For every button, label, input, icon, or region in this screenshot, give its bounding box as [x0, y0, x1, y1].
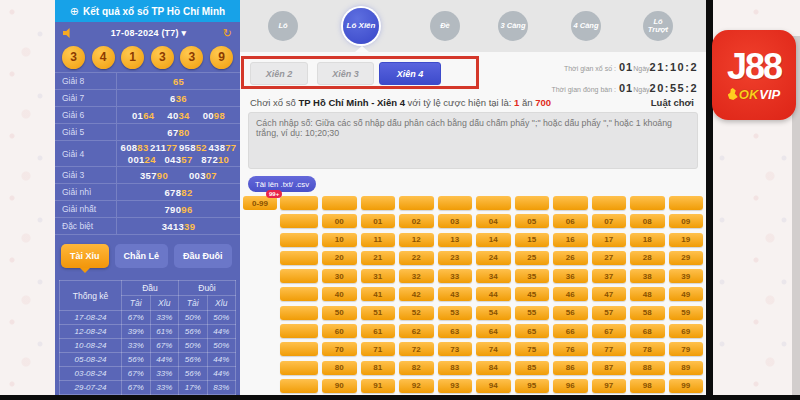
number-button-07[interactable]: 07	[592, 214, 627, 228]
number-button-92[interactable]: 92	[399, 379, 434, 393]
number-button-98[interactable]: 98	[630, 379, 665, 393]
number-button-70[interactable]: 70	[322, 342, 357, 356]
number-button-88[interactable]: 88	[630, 361, 665, 375]
number-button-65[interactable]: 65	[515, 324, 550, 338]
number-button-90[interactable]: 90	[322, 379, 357, 393]
number-button-91[interactable]: 91	[361, 379, 396, 393]
number-button-00[interactable]: 00	[322, 214, 357, 228]
number-button-79[interactable]: 79	[669, 342, 704, 356]
column-select-button[interactable]	[553, 196, 588, 210]
rules-link[interactable]: Luật chơi	[651, 97, 694, 108]
number-button-62[interactable]: 62	[399, 324, 434, 338]
number-button-41[interactable]: 41	[361, 287, 396, 301]
number-button-67[interactable]: 67	[592, 324, 627, 338]
number-button-68[interactable]: 68	[630, 324, 665, 338]
number-button-84[interactable]: 84	[476, 361, 511, 375]
number-button-26[interactable]: 26	[553, 251, 588, 265]
number-button-61[interactable]: 61	[361, 324, 396, 338]
number-button-74[interactable]: 74	[476, 342, 511, 356]
number-button-99[interactable]: 99	[669, 379, 704, 393]
row-select-button[interactable]	[280, 233, 318, 247]
game-nav-2[interactable]: Lô Xiên	[343, 8, 379, 44]
number-button-64[interactable]: 64	[476, 324, 511, 338]
column-select-button[interactable]	[280, 196, 318, 210]
row-select-button[interactable]	[280, 251, 318, 265]
column-select-button[interactable]	[476, 196, 511, 210]
filter-button[interactable]: Tài Xỉu	[61, 244, 109, 268]
number-button-42[interactable]: 42	[399, 287, 434, 301]
number-button-30[interactable]: 30	[322, 269, 357, 283]
number-button-96[interactable]: 96	[553, 379, 588, 393]
number-button-48[interactable]: 48	[630, 287, 665, 301]
number-button-87[interactable]: 87	[592, 361, 627, 375]
number-button-46[interactable]: 46	[553, 287, 588, 301]
number-button-75[interactable]: 75	[515, 342, 550, 356]
number-button-69[interactable]: 69	[669, 324, 704, 338]
game-nav-4[interactable]: 3 Càng	[498, 11, 528, 41]
number-button-11[interactable]: 11	[361, 233, 396, 247]
number-button-24[interactable]: 24	[476, 251, 511, 265]
number-button-33[interactable]: 33	[438, 269, 473, 283]
number-button-28[interactable]: 28	[630, 251, 665, 265]
number-button-47[interactable]: 47	[592, 287, 627, 301]
number-button-85[interactable]: 85	[515, 361, 550, 375]
column-select-button[interactable]	[322, 196, 357, 210]
number-button-54[interactable]: 54	[476, 306, 511, 320]
number-button-17[interactable]: 17	[592, 233, 627, 247]
number-input[interactable]	[248, 112, 698, 169]
column-select-button[interactable]	[592, 196, 627, 210]
number-button-06[interactable]: 06	[553, 214, 588, 228]
number-button-63[interactable]: 63	[438, 324, 473, 338]
row-select-button[interactable]	[280, 361, 318, 375]
row-select-button[interactable]	[280, 379, 318, 393]
number-button-22[interactable]: 22	[399, 251, 434, 265]
number-button-78[interactable]: 78	[630, 342, 665, 356]
number-button-32[interactable]: 32	[399, 269, 434, 283]
number-button-83[interactable]: 83	[438, 361, 473, 375]
number-button-53[interactable]: 53	[438, 306, 473, 320]
number-button-93[interactable]: 93	[438, 379, 473, 393]
number-button-51[interactable]: 51	[361, 306, 396, 320]
number-button-08[interactable]: 08	[630, 214, 665, 228]
column-select-button[interactable]	[630, 196, 665, 210]
number-button-21[interactable]: 21	[361, 251, 396, 265]
number-button-40[interactable]: 40	[322, 287, 357, 301]
number-button-27[interactable]: 27	[592, 251, 627, 265]
number-button-86[interactable]: 86	[553, 361, 588, 375]
game-nav-1[interactable]: Lô	[268, 11, 298, 41]
number-button-43[interactable]: 43	[438, 287, 473, 301]
number-button-14[interactable]: 14	[476, 233, 511, 247]
number-button-60[interactable]: 60	[322, 324, 357, 338]
row-select-button[interactable]	[280, 269, 318, 283]
number-button-97[interactable]: 97	[592, 379, 627, 393]
number-button-31[interactable]: 31	[361, 269, 396, 283]
number-button-50[interactable]: 50	[322, 306, 357, 320]
number-button-10[interactable]: 10	[322, 233, 357, 247]
number-button-89[interactable]: 89	[669, 361, 704, 375]
number-button-12[interactable]: 12	[399, 233, 434, 247]
number-button-81[interactable]: 81	[361, 361, 396, 375]
number-button-66[interactable]: 66	[553, 324, 588, 338]
number-button-02[interactable]: 02	[399, 214, 434, 228]
number-button-15[interactable]: 15	[515, 233, 550, 247]
number-button-13[interactable]: 13	[438, 233, 473, 247]
number-button-71[interactable]: 71	[361, 342, 396, 356]
number-button-05[interactable]: 05	[515, 214, 550, 228]
number-button-19[interactable]: 19	[669, 233, 704, 247]
number-button-58[interactable]: 58	[630, 306, 665, 320]
number-button-03[interactable]: 03	[438, 214, 473, 228]
game-nav-3[interactable]: Đề	[430, 11, 460, 41]
number-button-80[interactable]: 80	[322, 361, 357, 375]
row-select-button[interactable]	[280, 324, 318, 338]
number-button-29[interactable]: 29	[669, 251, 704, 265]
row-select-button[interactable]	[280, 306, 318, 320]
number-button-04[interactable]: 04	[476, 214, 511, 228]
row-select-button[interactable]	[280, 342, 318, 356]
refresh-icon[interactable]: ↻	[223, 27, 232, 40]
draw-date-dropdown[interactable]: 17-08-2024 (T7) ▾	[111, 28, 186, 38]
column-select-button[interactable]	[669, 196, 704, 210]
number-button-01[interactable]: 01	[361, 214, 396, 228]
number-button-82[interactable]: 82	[399, 361, 434, 375]
number-button-72[interactable]: 72	[399, 342, 434, 356]
row-select-button[interactable]	[280, 287, 318, 301]
